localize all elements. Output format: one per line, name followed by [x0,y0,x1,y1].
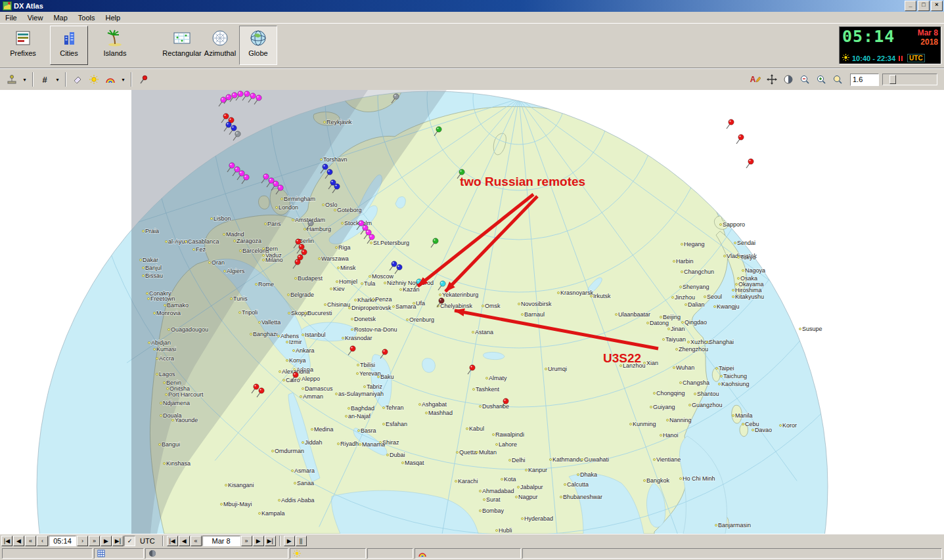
map-pin[interactable] [729,119,734,125]
pan-tool-button[interactable] [764,72,780,87]
label-tool-button[interactable]: A [748,72,763,87]
globe-button[interactable]: Globe [239,26,277,65]
prefixes-button[interactable]: Prefixes [4,26,42,65]
map-pin[interactable] [369,234,374,240]
date-prev-button[interactable]: ◀ [179,536,190,546]
marker-tool-button[interactable] [4,72,20,87]
map-area[interactable]: ReykjavikTorshavnLisbonMadridZaragozaBar… [0,90,944,534]
map-pin[interactable] [397,265,402,270]
time-prev-button[interactable]: ◀ [13,536,24,546]
night-toggle-button[interactable] [780,72,796,87]
map-pin[interactable] [244,175,249,180]
date-last-button[interactable]: ▶| [265,536,276,546]
play-button[interactable]: ▶ [284,536,295,546]
map-pin[interactable] [436,127,441,132]
map-pin[interactable] [235,167,240,172]
grayline-tool-button[interactable] [102,72,118,87]
map-pin[interactable] [235,131,240,137]
map-pin[interactable] [259,388,264,393]
map-pin[interactable] [439,298,444,303]
map-pin[interactable] [392,261,397,267]
map-pin[interactable] [239,171,244,176]
map-pin[interactable] [244,91,250,97]
map-pin[interactable] [293,372,298,377]
eraser-tool-button[interactable] [70,72,85,87]
map-pin[interactable] [382,349,388,355]
map-pin[interactable] [459,169,464,175]
cities-button[interactable]: Cities [50,26,88,65]
time-step-fwd-button[interactable]: › [77,536,88,546]
time-field[interactable]: 05:14 [49,536,76,546]
map-pin[interactable] [295,259,300,265]
map-pin[interactable] [302,249,307,255]
map-pin[interactable] [503,398,508,404]
map-pin[interactable] [296,239,301,244]
date-field[interactable]: Mar 8 [202,536,240,546]
map-pin[interactable] [299,244,304,249]
zoom-slider[interactable] [882,74,937,85]
map-pin[interactable] [359,221,364,226]
map-pin[interactable] [738,135,744,140]
map-pin[interactable] [393,94,399,99]
menu-map[interactable]: Map [48,13,72,22]
map-pin[interactable] [254,384,259,389]
city-label: Stockholm [344,220,372,226]
map-pin[interactable] [334,184,340,189]
maximize-button[interactable]: □ [918,1,930,11]
map-pin[interactable] [250,93,256,98]
map-pin[interactable] [278,185,283,190]
map-pin[interactable] [223,114,229,119]
map-pin[interactable] [238,91,243,97]
map-pin[interactable] [256,95,261,100]
azimuthal-button[interactable]: Azimuthal [201,26,239,65]
date-first-button[interactable]: |◀ [167,536,178,546]
islands-button[interactable]: Islands [96,26,134,65]
marker-tool-dropdown[interactable]: ▾ [20,72,29,87]
menu-tools[interactable]: Tools [73,13,101,22]
date-next-button[interactable]: ▶ [253,536,264,546]
time-first-button[interactable]: |◀ [1,536,12,546]
map-pin[interactable] [327,169,332,175]
grayline-tool-dropdown[interactable]: ▾ [119,72,127,87]
map-pin[interactable] [323,164,328,169]
globe-map[interactable]: ReykjavikTorshavnLisbonMadridZaragozaBar… [0,90,944,534]
close-button[interactable]: × [931,1,943,11]
time-rewind-button[interactable]: « [25,536,36,546]
map-pin[interactable] [470,365,475,370]
time-last-button[interactable]: ▶| [112,536,124,546]
map-pin[interactable] [263,174,269,179]
zoom-slider-thumb[interactable] [889,75,896,84]
zoom-window-button[interactable] [830,72,845,87]
utc-toggle-button[interactable]: ✓ [124,536,135,546]
date-ffwd-button[interactable]: » [241,536,252,546]
map-pin[interactable] [226,95,231,100]
map-pin[interactable] [226,122,231,127]
time-ffwd-button[interactable]: » [89,536,100,546]
pause-button[interactable]: || [296,536,307,546]
pushpin-tool-button[interactable] [135,72,151,87]
map-pin[interactable] [308,221,313,226]
map-pin[interactable] [273,181,279,186]
map-pin[interactable] [748,159,753,164]
rectangular-button[interactable]: Rectangular [163,26,201,65]
menu-view[interactable]: View [22,13,49,22]
menu-help[interactable]: Help [100,13,125,22]
title-bar[interactable]: DX Atlas _ □ × [0,0,944,12]
zoom-in-button[interactable] [813,72,829,87]
zoom-value-field[interactable]: 1.6 [850,74,879,86]
minimize-button[interactable]: _ [905,1,916,11]
time-next-button[interactable]: ▶ [101,536,112,546]
menu-file[interactable]: File [0,13,22,22]
map-pin[interactable] [440,281,445,286]
grid-tool-dropdown[interactable]: ▾ [53,72,62,87]
sun-tool-button[interactable] [86,72,102,87]
date-rewind-button[interactable]: « [191,536,202,546]
map-pin[interactable] [231,125,236,131]
grid-tool-button[interactable]: # [37,72,53,87]
zoom-out-button[interactable] [797,72,813,87]
map-pin[interactable] [433,238,438,244]
map-pin[interactable] [232,93,237,98]
map-pin[interactable] [229,163,235,168]
time-step-back-button[interactable]: ‹ [37,536,48,546]
map-pin[interactable] [350,346,355,351]
